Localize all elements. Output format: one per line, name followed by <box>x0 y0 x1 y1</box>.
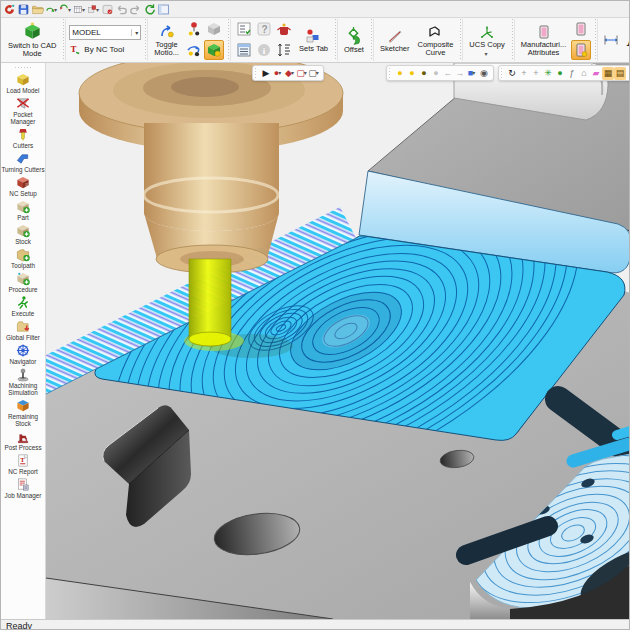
dropdown-caret-icon[interactable]: ▾ <box>316 67 319 79</box>
dropdown-caret-icon[interactable]: ▾ <box>82 6 85 13</box>
toolbar-grip[interactable] <box>254 67 258 79</box>
sets-tab-button[interactable]: Sets Tab <box>296 26 331 55</box>
qat-button-reload[interactable] <box>143 3 156 16</box>
help-button[interactable]: ? <box>254 19 274 39</box>
sidebar-grip[interactable] <box>14 66 32 69</box>
vt-button-sim-axis-2[interactable]: + <box>530 67 542 80</box>
sidebar-item-global-filter[interactable]: Global Filter <box>1 318 46 342</box>
composite-curve-button[interactable]: Composite Curve <box>415 22 457 59</box>
sidebar-item-stock[interactable]: Stock <box>1 222 46 246</box>
dropdown-caret-icon[interactable]: ▾ <box>54 6 57 13</box>
toggle-motion-button[interactable]: Toggle Motio... <box>151 22 182 59</box>
menu-analysis[interactable] <box>268 8 278 10</box>
sidebar-item-pocket-manager[interactable]: Pocket Manager <box>1 95 46 126</box>
vt-button-select-lasso[interactable]: ◆▾ <box>284 67 296 80</box>
motion-lamps-button[interactable] <box>184 40 204 60</box>
vt-button-sim-stock-view[interactable]: ▦ <box>602 67 614 80</box>
vt-button-sim-tool-green[interactable]: ✳ <box>542 67 554 80</box>
dropdown-caret-icon[interactable]: ▾ <box>472 67 475 79</box>
qat-button-open[interactable] <box>31 3 44 16</box>
vt-button-view-next[interactable]: → <box>454 67 466 80</box>
qat-button-options[interactable] <box>101 3 114 16</box>
vt-button-light-on-2[interactable]: ● <box>406 67 418 80</box>
menu-nc-utilities[interactable] <box>248 8 258 10</box>
dimension-rulers-button[interactable] <box>274 40 294 60</box>
pin-lamp-button[interactable] <box>184 19 204 39</box>
viewport-3d-scene[interactable] <box>46 63 629 619</box>
text-annotation-button[interactable]: A <box>623 28 629 52</box>
vt-button-light-on-1[interactable]: ● <box>394 67 406 80</box>
sidebar-item-nc-setup[interactable]: NC Setup <box>1 174 46 198</box>
menu-nc-edit[interactable] <box>198 8 208 10</box>
dimension-line-button[interactable] <box>601 30 621 50</box>
switch-to-cad-mode-button[interactable]: Switch to CAD Mode <box>5 20 59 60</box>
qat-button-view-grid[interactable]: ▾ <box>73 3 86 16</box>
menu-window[interactable] <box>288 8 298 10</box>
sidebar-item-procedure[interactable]: Procedure <box>1 270 46 294</box>
by-nc-tool-button[interactable]: T By NC Tool <box>69 43 124 55</box>
sidebar-item-cutters[interactable]: Cutters <box>1 126 46 150</box>
vt-button-sim-feature[interactable]: ƒ <box>566 67 578 80</box>
vt-button-view-prev[interactable]: ← <box>442 67 454 80</box>
sidebar-item-load-model[interactable]: Load Model <box>1 71 46 95</box>
ucs-dropdown-icon[interactable]: ▾ <box>485 50 488 57</box>
sidebar-item-part[interactable]: Part <box>1 198 46 222</box>
menu-catalog[interactable] <box>278 8 288 10</box>
toolbar-grip[interactable] <box>388 67 392 79</box>
render-on-button[interactable] <box>204 40 224 60</box>
vt-button-light-dim[interactable]: ● <box>418 67 430 80</box>
ucs-copy-button[interactable]: UCS Copy ▾ <box>466 22 507 59</box>
vt-button-ghost-view[interactable]: ● <box>430 67 442 80</box>
manufacturing-attributes-button[interactable]: Manufacturi... Attributes <box>518 22 569 59</box>
vt-button-sim-target-view[interactable]: ▤ <box>614 67 626 80</box>
menu-tools[interactable] <box>258 8 268 10</box>
qat-button-undo[interactable] <box>115 3 128 16</box>
qat-button-workspace[interactable]: ▾ <box>87 3 100 16</box>
dropdown-caret-icon[interactable]: ▾ <box>304 67 307 79</box>
qat-button-import-model[interactable]: ▾ <box>45 3 58 16</box>
sidebar-item-job-manager[interactable]: Job Manager <box>1 476 46 500</box>
sketcher-button[interactable]: Sketcher <box>377 26 413 55</box>
offset-button[interactable]: Offset <box>341 24 367 56</box>
process-list-button[interactable] <box>234 19 254 39</box>
menu-nc-process[interactable] <box>238 8 248 10</box>
sidebar-item-turning-cutters[interactable]: Turning Cutters <box>1 150 46 174</box>
vt-button-sim-axis-1[interactable]: + <box>518 67 530 80</box>
fill-tool-button[interactable] <box>274 19 294 39</box>
sidebar-item-execute[interactable]: Execute <box>1 294 46 318</box>
menu-file[interactable] <box>178 8 188 10</box>
vt-button-zoom-view[interactable]: ◉ <box>478 67 490 80</box>
dropdown-caret-icon[interactable]: ▾ <box>278 67 281 79</box>
render-off-button[interactable] <box>204 19 224 39</box>
model-selector[interactable]: MODEL ▾ <box>69 25 141 40</box>
dropdown-caret-icon[interactable]: ▾ <box>96 6 99 13</box>
qat-button-redo[interactable] <box>129 3 142 16</box>
dropdown-caret-icon[interactable]: ▾ <box>68 6 71 13</box>
menu-edit[interactable] <box>188 8 198 10</box>
dropdown-caret-icon[interactable]: ▾ <box>291 67 294 79</box>
qat-button-export-model[interactable]: ▾ <box>59 3 72 16</box>
vt-button-select-window[interactable]: ▢▾ <box>296 67 308 80</box>
menu-view[interactable] <box>208 8 218 10</box>
vt-button-select-face[interactable]: ●▾ <box>272 67 284 80</box>
menu-faces[interactable] <box>228 8 238 10</box>
operation-list-button[interactable] <box>234 40 254 60</box>
qat-button-window-layout[interactable] <box>157 3 170 16</box>
vt-button-view-cube[interactable]: ■▾ <box>466 67 478 80</box>
vt-button-select-box[interactable]: ▢▾ <box>308 67 320 80</box>
combo-dropdown-icon[interactable]: ▾ <box>131 29 138 36</box>
3d-viewport[interactable]: ▶●▾◆▾▢▾▢▾ ●●●●←→■▾◉ ↻++✳●ƒ⌂▰▦▤●✕▾ <box>46 63 629 619</box>
vt-button-sim-fixture[interactable]: ▰ <box>590 67 602 80</box>
vt-button-sim-home[interactable]: ⌂ <box>578 67 590 80</box>
vt-button-select-cursor[interactable]: ▶ <box>260 67 272 80</box>
menu-wireframe[interactable] <box>218 8 228 10</box>
vt-button-sim-globe[interactable]: ● <box>554 67 566 80</box>
sidebar-item-nc-report[interactable]: T NC Report <box>1 452 46 476</box>
vt-button-sim-rotate[interactable]: ↻ <box>506 67 518 80</box>
sidebar-item-remaining-stock[interactable]: Remaining Stock <box>1 397 46 428</box>
attribute-lamp-button[interactable] <box>571 40 591 60</box>
qat-button-app-logo[interactable] <box>3 3 16 16</box>
info-button[interactable]: i <box>254 40 274 60</box>
qat-button-save[interactable] <box>17 3 30 16</box>
toolbar-grip[interactable] <box>500 67 504 79</box>
